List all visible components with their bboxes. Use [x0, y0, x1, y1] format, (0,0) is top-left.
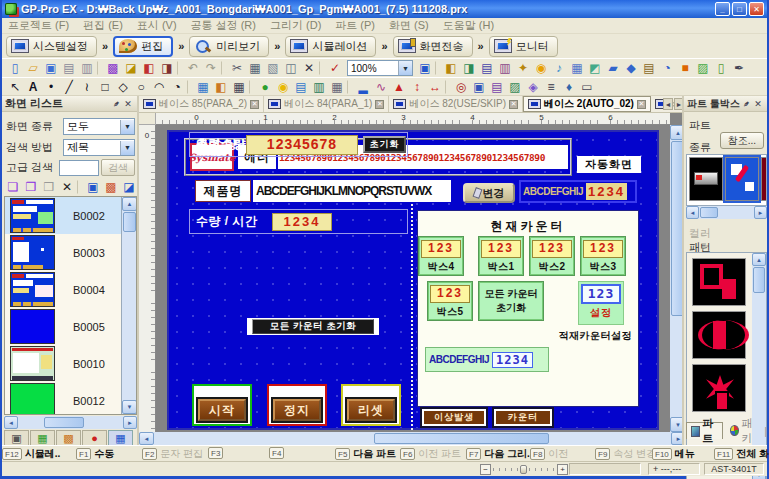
screen-thumbnail[interactable] — [10, 309, 55, 344]
logic-part-icon[interactable]: ▤ — [488, 79, 506, 95]
zoom-slider-track[interactable] — [493, 465, 555, 474]
copy-screen-icon[interactable]: ◪ — [122, 60, 140, 76]
select-pointer-icon[interactable]: ↖ — [6, 79, 24, 95]
lamp-part-icon[interactable]: ◉ — [274, 79, 292, 95]
canvas-hscrollbar[interactable]: ◄ ► — [139, 432, 686, 445]
separator[interactable] — [221, 61, 227, 75]
tab-parts[interactable]: 파트 — [686, 422, 723, 439]
setter-value-display[interactable]: 123 — [581, 284, 621, 304]
screen-list-item[interactable]: B0010 — [5, 345, 123, 382]
separator[interactable] — [319, 61, 325, 75]
picture-display-icon[interactable]: ▨ — [506, 79, 524, 95]
separator[interactable] — [177, 61, 183, 75]
counter-value-display[interactable]: 123 — [421, 240, 461, 258]
operation-log-icon[interactable]: ▤ — [640, 60, 658, 76]
code-display-box[interactable]: ABCDEFGHIJ 1234 — [425, 347, 549, 372]
next-screen-icon[interactable]: ◨ — [158, 60, 176, 76]
menu-item[interactable]: 파트 (P) — [335, 18, 375, 33]
menu-item[interactable]: 도움말 (H) — [443, 18, 494, 33]
screen-jump-icon[interactable]: ◪ — [120, 179, 138, 195]
graph-part-thumb[interactable] — [761, 157, 767, 201]
separator[interactable] — [347, 80, 353, 94]
product-code-display[interactable]: ABCDEFGHIJ 1234 — [519, 180, 637, 203]
alarm-button[interactable]: 이상발생 — [422, 409, 486, 426]
function-key[interactable]: F7 다음 그리.. — [466, 447, 533, 461]
function-key[interactable]: F3 — [208, 447, 226, 459]
counter-box[interactable]: 123 박스5 — [427, 281, 473, 321]
grid-tab-icon[interactable]: ▦ — [30, 430, 55, 445]
new-file-icon[interactable]: ▯ — [6, 60, 24, 76]
screen-thumbnail[interactable] — [10, 272, 55, 307]
menu-item[interactable]: 그리기 (D) — [270, 18, 321, 33]
counter-value-display[interactable]: 123 — [532, 240, 572, 258]
keypad-part-icon[interactable]: ▦ — [328, 79, 346, 95]
separator[interactable] — [445, 80, 451, 94]
polyline-tool-icon[interactable]: ≀ — [78, 79, 96, 95]
alarm-burst-pattern[interactable] — [692, 364, 746, 412]
tab-close-icon[interactable]: ✕ — [250, 100, 259, 109]
tab-close-icon[interactable]: ✕ — [637, 100, 646, 109]
undo-icon[interactable]: ↶ — [184, 60, 202, 76]
switch-part-thumb[interactable] — [689, 157, 723, 201]
screen-list-item[interactable]: B0012 — [5, 382, 123, 415]
editor-tab[interactable]: 베이스 84(PARA_1) ✕ — [264, 96, 389, 112]
separator[interactable] — [187, 80, 193, 94]
pin-tool-icon[interactable]: ✒ — [730, 60, 748, 76]
function-key[interactable]: F12 시뮬레.. — [2, 447, 60, 461]
menu-item[interactable]: 프로젝트 (F) — [8, 18, 69, 33]
zoom-select[interactable]: 100% ▼ — [347, 60, 413, 76]
scroll-thumb[interactable] — [753, 267, 765, 293]
logic-icon[interactable]: ▥ — [496, 60, 514, 76]
key-icon[interactable]: ✦ — [514, 60, 532, 76]
scroll-left-icon[interactable]: ◄ — [4, 416, 18, 429]
counter-value-display[interactable]: 123 — [430, 285, 470, 303]
alarm-door-pattern[interactable] — [692, 258, 746, 306]
dropdown-arrow-icon[interactable]: ▼ — [120, 141, 134, 155]
redo-icon[interactable]: ↷ — [202, 60, 220, 76]
copy-screen-icon[interactable]: ❏ — [4, 179, 22, 195]
scroll-right-icon[interactable]: ► — [754, 206, 767, 219]
library-tab-icon[interactable]: ● — [82, 430, 107, 445]
editor-tab[interactable]: 베이스 82(USE/SKIP) ✕ — [389, 96, 523, 112]
table-tool-icon[interactable]: ▦ — [230, 79, 248, 95]
editor-tab[interactable]: 베이스 85(PARA_2) ✕ — [139, 96, 264, 112]
scroll-left-icon[interactable]: ◄ — [686, 206, 699, 219]
chevron-icon[interactable]: » — [475, 36, 487, 57]
switch-part-icon[interactable]: ● — [256, 79, 274, 95]
scroll-thumb[interactable] — [44, 417, 84, 428]
zoom-slider-thumb[interactable] — [520, 465, 527, 474]
scroll-thumb[interactable] — [700, 207, 718, 218]
screen-list-item[interactable]: B0002 — [5, 197, 123, 234]
preview-button[interactable]: 미리보기 — [189, 36, 269, 57]
dot-tool-icon[interactable]: • — [42, 79, 60, 95]
function-key[interactable]: F4 — [269, 447, 287, 459]
part-strip-scrollbar[interactable]: ◄ ► — [686, 206, 767, 219]
line-tool-icon[interactable]: ╱ — [60, 79, 78, 95]
menu-item[interactable]: 편집 (E) — [83, 18, 123, 33]
menu-item[interactable]: 화면 (S) — [389, 18, 429, 33]
editor-canvas[interactable]: Sysmate 에러 12345678901234567890123456789… — [156, 125, 670, 432]
print-preview-icon[interactable]: ▥ — [78, 60, 96, 76]
screen-list-item[interactable]: B0004 — [5, 271, 123, 308]
fit-screen-icon[interactable]: ▣ — [416, 60, 434, 76]
film-icon[interactable]: ▭ — [578, 79, 596, 95]
menu-item[interactable]: 공통 설정 (R) — [191, 18, 256, 33]
sound-icon[interactable]: ♪ — [550, 60, 568, 76]
init-button[interactable]: 초기화 — [363, 136, 406, 153]
move-vertical-icon[interactable]: ↕ — [408, 79, 426, 95]
cut-icon[interactable]: ✂ — [228, 60, 246, 76]
alarm-part-icon[interactable]: ▲ — [390, 79, 408, 95]
arc-tool-icon[interactable]: ◠ — [150, 79, 168, 95]
scroll-thumb[interactable] — [374, 433, 549, 444]
image-tool-icon[interactable]: ▦ — [194, 79, 212, 95]
delete-icon[interactable]: ✕ — [300, 60, 318, 76]
scroll-up-icon[interactable]: ▲ — [122, 197, 137, 211]
screen-list-tab-icon[interactable]: ▦ — [108, 430, 133, 445]
maximize-button[interactable]: □ — [732, 2, 747, 16]
qty-time-row[interactable]: 수량 / 시간 1234 — [189, 209, 408, 234]
bar-graph-part-icon[interactable]: ▂ — [354, 79, 372, 95]
reset-all-counters-button[interactable]: 모든 카운터 초기화 — [252, 319, 374, 334]
function-key[interactable]: F5 다음 파트 — [335, 447, 396, 461]
rect-tool-icon[interactable]: □ — [96, 79, 114, 95]
address-icon[interactable]: ◨ — [460, 60, 478, 76]
